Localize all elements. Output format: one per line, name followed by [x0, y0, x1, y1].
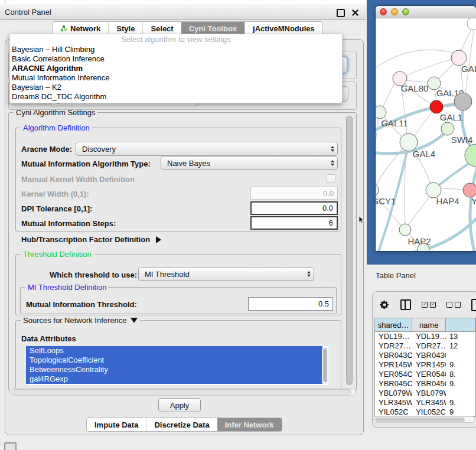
column-header-2[interactable]: [446, 318, 475, 332]
dropdown-item-bayesian-k2[interactable]: Bayesian – K2: [10, 83, 342, 92]
network-edge[interactable]: [461, 30, 471, 51]
aracne-mode-label: Aracne Mode:: [21, 145, 72, 154]
mi-type-label: Mutual Information Algorithm Type:: [21, 159, 151, 168]
algorithm-dropdown-popup: Select algorithm to view settings Bayesi…: [9, 34, 343, 103]
unchecked-boxes-icon[interactable]: [446, 302, 461, 308]
panel-corner-button[interactable]: [4, 442, 17, 450]
dropdown-item-dream8-dc-tdc-algorithm[interactable]: Dream8 DC_TDC Algorithm: [10, 92, 342, 102]
mi-steps-value: 6: [329, 219, 333, 227]
network-node-gal11[interactable]: [376, 106, 386, 119]
control-panel-title: Control Panel: [5, 8, 51, 17]
close-traffic-light[interactable]: [380, 8, 387, 15]
table-row[interactable]: YBL079WYBL079W: [375, 389, 475, 398]
table-row[interactable]: YDL19…YDL19…13: [375, 332, 475, 341]
sources-legend[interactable]: Sources for Network Inference: [21, 316, 140, 325]
aracne-mode-combo[interactable]: Discovery: [76, 142, 338, 156]
table-row[interactable]: YIL052CYIL052C9: [375, 407, 475, 417]
network-node-gcy1[interactable]: [376, 184, 379, 197]
checked-boxes-icon[interactable]: ✓✓: [422, 302, 436, 308]
settings-horizontal-scrollbar[interactable]: [9, 388, 356, 396]
table-cell: YDR27…: [412, 341, 446, 351]
minimize-traffic-light[interactable]: [391, 8, 398, 15]
table-row[interactable]: YPR145WYPR145W9.: [375, 360, 475, 370]
attribute-item-topologicalcoefficient[interactable]: TopologicalCoefficient: [26, 356, 322, 365]
tab-network[interactable]: Network: [53, 22, 108, 35]
attribute-item-betweennesscentrality[interactable]: BetweennessCentrality: [26, 365, 322, 374]
close-icon[interactable]: [352, 9, 358, 18]
node-label-swi4: SWI4: [451, 135, 473, 145]
dropdown-item-basic-correlation-inference[interactable]: Basic Correlation Inference: [10, 54, 342, 64]
network-node-hap2[interactable]: [399, 224, 411, 236]
network-edge[interactable]: [407, 80, 428, 82]
which-threshold-combo[interactable]: MI Threshold: [138, 267, 314, 281]
tab-infer-network[interactable]: Infer Network: [217, 418, 282, 431]
apply-button[interactable]: Apply: [158, 398, 201, 412]
tab-style[interactable]: Style: [108, 22, 142, 35]
network-node-gal1[interactable]: [430, 100, 443, 113]
dropdown-item-aracne-algorithm[interactable]: ARACNE Algorithm: [10, 64, 342, 73]
table-row[interactable]: YBR045CYBR045C9.: [375, 379, 475, 389]
column-header-shared[interactable]: shared…: [375, 318, 412, 332]
network-canvas[interactable]: GALGAL80GAL10GAL1GAL11SWI4GAL4GCY1HAP4YH…: [376, 18, 476, 251]
tab-discretize-data[interactable]: Discretize Data: [146, 418, 217, 431]
table-row[interactable]: YER054CYER054C8.: [375, 370, 475, 379]
dropdown-list: Bayesian – Hill ClimbingBasic Correlatio…: [10, 45, 342, 102]
mi-threshold-field[interactable]: 0.5: [248, 297, 333, 311]
float-window-icon[interactable]: [337, 9, 345, 17]
network-edge[interactable]: [376, 50, 457, 70]
network-node-big-green[interactable]: [465, 144, 476, 167]
columns-icon[interactable]: [400, 299, 411, 310]
table-row[interactable]: YDR27…YDR27…12: [375, 341, 475, 351]
table-cell: YBL079W: [375, 389, 412, 398]
attributes-scrollbar[interactable]: [322, 347, 328, 384]
node-label-gcy1: GCY1: [376, 196, 396, 206]
which-threshold-value: MI Threshold: [139, 270, 304, 279]
network-edge[interactable]: [441, 188, 463, 190]
dpi-tolerance-field[interactable]: 0.0: [250, 201, 338, 215]
table-panel-title: Table Panel: [376, 271, 416, 280]
mi-steps-field[interactable]: 6: [250, 216, 338, 230]
network-node-swi4[interactable]: [441, 122, 454, 135]
settings-vertical-scrollbar[interactable]: [345, 114, 353, 388]
network-edge[interactable]: [438, 63, 454, 79]
dropdown-item-bayesian-hill-climbing[interactable]: Bayesian – Hill Climbing: [10, 45, 342, 54]
mi-threshold-value: 0.5: [318, 299, 329, 308]
network-node-salmon[interactable]: [463, 183, 476, 197]
tab-cyni-toolbox[interactable]: Cyni Toolbox: [181, 22, 244, 35]
network-edge[interactable]: [409, 196, 430, 224]
aracne-mode-value: Discovery: [76, 145, 328, 154]
network-node-ring[interactable]: [467, 18, 476, 30]
network-edge[interactable]: [415, 112, 432, 136]
network-node-gray-node[interactable]: [454, 93, 472, 110]
tab-impute-data[interactable]: Impute Data: [87, 418, 146, 431]
page-icon[interactable]: [471, 299, 476, 311]
network-window-titlebar[interactable]: [376, 6, 476, 18]
table-horizontal-scrollbar[interactable]: [373, 416, 475, 423]
mouse-cursor: [358, 216, 364, 226]
data-attributes-label: Data Attributes: [21, 334, 76, 343]
gear-icon[interactable]: [379, 299, 390, 310]
table-rows: YDL19…YDL19…13YDR27…YDR27…12YBR043CYBR04…: [375, 332, 475, 417]
network-edge[interactable]: [470, 167, 476, 251]
kernel-width-value: 0.0: [323, 189, 334, 198]
table-row[interactable]: YLR345WYLR345W9.: [375, 398, 475, 407]
dropdown-item-mutual-information-inference[interactable]: Mutual Information Inference: [10, 73, 342, 83]
zoom-traffic-light[interactable]: [402, 8, 409, 15]
table-cell: YER054C: [412, 370, 446, 379]
network-edge[interactable]: [383, 83, 395, 106]
table-cell: 9.: [446, 360, 475, 370]
mi-type-combo[interactable]: Naive Bayes: [161, 156, 338, 170]
attribute-item-gal4rgexp[interactable]: gal4RGexp: [26, 374, 322, 384]
data-attributes-list: SelfLoopsTopologicalCoefficientBetweenne…: [26, 346, 328, 385]
manual-kernel-checkbox[interactable]: [327, 174, 335, 183]
threshold-definition-legend: Threshold Definition: [21, 250, 94, 259]
table-row[interactable]: YBR043CYBR043C: [375, 351, 475, 360]
attribute-item-selfloops[interactable]: SelfLoops: [26, 346, 322, 356]
kernel-width-field[interactable]: 0.0: [250, 187, 338, 200]
column-header-name[interactable]: name: [412, 318, 446, 332]
stepper-arrows-icon: [328, 160, 337, 166]
mi-threshold-label: Mutual Information Threshold:: [26, 300, 137, 309]
hub-definition-toggle[interactable]: Hub/Transcription Factor Definition: [21, 235, 161, 244]
tab-jactivemnodules[interactable]: jActiveMNodules: [244, 22, 322, 35]
tab-select[interactable]: Select: [142, 22, 181, 35]
